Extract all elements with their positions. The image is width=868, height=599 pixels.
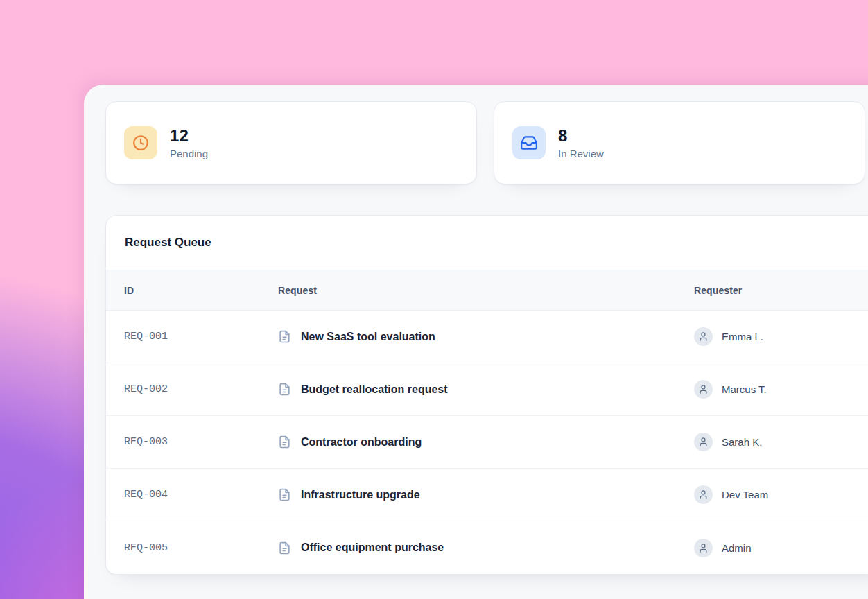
stat-card-pending: 12 Pending (105, 101, 477, 184)
column-header-request: Request (278, 285, 694, 296)
requester-name: Dev Team (722, 489, 768, 501)
table-row[interactable]: REQ-003 Contractor onboarding Sarah K. (106, 416, 868, 469)
table-row[interactable]: REQ-005 Office equipment purchase Admin (106, 521, 868, 574)
avatar (694, 327, 713, 346)
app-background: { "colors": { "background_pink": "#ffb9d… (0, 0, 868, 599)
avatar (694, 539, 713, 557)
request-id: REQ-002 (124, 383, 278, 395)
request-title: Office equipment purchase (301, 541, 444, 554)
avatar (694, 380, 713, 399)
pending-count: 12 (170, 126, 208, 146)
request-title: Budget reallocation request (301, 383, 448, 396)
requester-name: Sarah K. (722, 436, 762, 448)
document-icon (278, 383, 291, 396)
column-header-requester: Requester (694, 285, 868, 296)
stat-card-in-review: 8 In Review (494, 101, 865, 184)
clock-icon (124, 126, 157, 159)
request-queue-card: Request Queue ID Request Requester REQ-0… (105, 215, 868, 575)
requester-name: Emma L. (722, 331, 763, 342)
main-panel: 12 Pending 8 In Review Request Queue ID … (84, 85, 868, 599)
request-id: REQ-005 (124, 542, 278, 554)
column-header-id: ID (124, 285, 278, 296)
request-title: Contractor onboarding (301, 436, 422, 449)
avatar (694, 433, 713, 451)
table-row[interactable]: REQ-004 Infrastructure upgrade Dev Team (106, 469, 868, 521)
request-id: REQ-003 (124, 436, 278, 448)
request-id: REQ-004 (124, 489, 278, 501)
requester-name: Marcus T. (722, 383, 767, 395)
request-title: Infrastructure upgrade (301, 489, 420, 501)
request-id: REQ-001 (124, 331, 278, 342)
document-icon (278, 488, 291, 501)
document-icon (278, 330, 291, 343)
table-header-row: ID Request Requester (106, 270, 868, 311)
table-row[interactable]: REQ-001 New SaaS tool evaluation Emma L. (106, 311, 868, 363)
table-row[interactable]: REQ-002 Budget reallocation request Marc… (106, 363, 868, 416)
document-icon (278, 435, 291, 449)
inbox-icon (512, 126, 546, 159)
table-title: Request Queue (106, 216, 868, 270)
requester-name: Admin (722, 542, 752, 554)
avatar (694, 485, 713, 504)
stat-text: 8 In Review (558, 126, 604, 159)
in-review-label: In Review (558, 148, 604, 159)
stats-row: 12 Pending 8 In Review (105, 101, 868, 184)
pending-label: Pending (170, 148, 208, 159)
in-review-count: 8 (558, 126, 604, 146)
request-title: New SaaS tool evaluation (301, 331, 435, 343)
stat-text: 12 Pending (170, 126, 208, 159)
document-icon (278, 541, 291, 555)
